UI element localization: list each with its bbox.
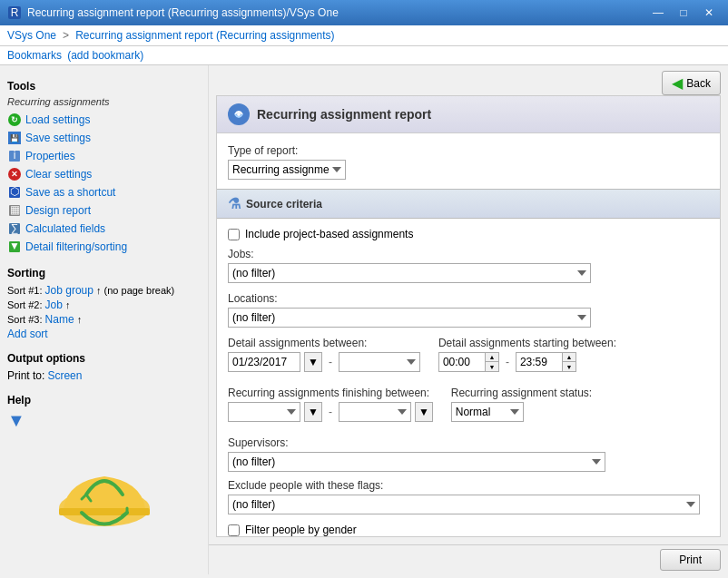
sorting-section: Sorting Sort #1: Job group ↑ (no page br… bbox=[7, 267, 201, 341]
maximize-button[interactable]: □ bbox=[672, 4, 695, 22]
recurring-end-picker[interactable]: ▼ bbox=[415, 402, 433, 422]
exclude-people-label: Exclude people with these flags: bbox=[228, 479, 709, 492]
locations-select[interactable]: (no filter) bbox=[228, 308, 591, 328]
sort2-item: Sort #2: Job ↑ bbox=[7, 298, 201, 312]
minimize-button[interactable]: — bbox=[646, 4, 670, 22]
include-project-row: Include project-based assignments bbox=[228, 228, 709, 240]
breadcrumb: VSys One > Recurring assignment report (… bbox=[0, 25, 728, 46]
print-button[interactable]: Print bbox=[660, 549, 721, 571]
add-bookmark-link[interactable]: (add bookmark) bbox=[67, 49, 143, 62]
back-label: Back bbox=[686, 77, 711, 90]
recurring-finishing-start-select[interactable] bbox=[228, 402, 300, 422]
recurring-assignments-label: Recurring assignments bbox=[7, 96, 201, 107]
report-title: Recurring assignment report bbox=[257, 107, 431, 122]
sidebar-item-calculated-fields[interactable]: ∑ Calculated fields bbox=[7, 220, 201, 238]
add-sort-link[interactable]: Add sort bbox=[7, 328, 48, 340]
jobs-label: Jobs: bbox=[228, 248, 709, 260]
detail-start-date-input[interactable] bbox=[228, 352, 300, 372]
start-time-input[interactable] bbox=[439, 353, 485, 371]
screen-link[interactable]: Screen bbox=[47, 369, 82, 382]
svg-text:▦: ▦ bbox=[10, 204, 20, 216]
end-time-up[interactable]: ▲ bbox=[563, 353, 576, 362]
bottom-bar: Print bbox=[209, 544, 728, 574]
sort1-link[interactable]: Job group bbox=[45, 284, 93, 297]
svg-text:R: R bbox=[11, 6, 19, 19]
recurring-status-select[interactable]: Normal Active Inactive All bbox=[451, 402, 524, 422]
sort2-link[interactable]: Job bbox=[45, 299, 63, 311]
type-of-report-label: Type of report: bbox=[228, 144, 709, 157]
supervisors-select[interactable]: (no filter) bbox=[228, 452, 605, 472]
sidebar-item-save-shortcut[interactable]: ⬡ Save as a shortcut bbox=[7, 183, 201, 201]
detail-filtering-link[interactable]: Detail filtering/sorting bbox=[25, 240, 127, 253]
filter-gender-checkbox[interactable] bbox=[228, 524, 240, 536]
breadcrumb-home[interactable]: VSys One bbox=[7, 29, 56, 42]
report-body: Type of report: Recurring assignments Su… bbox=[217, 133, 720, 537]
detail-starting-label: Detail assignments starting between: bbox=[438, 337, 616, 349]
add-sort-item[interactable]: Add sort bbox=[7, 327, 201, 341]
sort1-item: Sort #1: Job group ↑ (no page break) bbox=[7, 283, 201, 298]
back-icon: ◀ bbox=[672, 74, 683, 92]
svg-rect-13 bbox=[59, 508, 150, 515]
properties-link[interactable]: Properties bbox=[25, 150, 75, 162]
detail-filtering-icon: ▼ bbox=[7, 240, 22, 254]
bookmarks-link[interactable]: Bookmarks bbox=[7, 49, 62, 62]
type-of-report-select[interactable]: Recurring assignments Summary Detail bbox=[228, 160, 346, 180]
clear-settings-icon: ✕ bbox=[7, 167, 22, 181]
type-of-report-row: Type of report: Recurring assignments Su… bbox=[228, 144, 709, 180]
sidebar-item-design-report[interactable]: ▦ Design report bbox=[7, 201, 201, 220]
end-time-input[interactable] bbox=[516, 353, 562, 371]
help-label: Help bbox=[7, 394, 201, 407]
sidebar-item-clear-settings[interactable]: ✕ Clear settings bbox=[7, 165, 201, 183]
detail-between-date-row: ▼ - bbox=[228, 352, 420, 372]
main-container: Tools Recurring assignments ↻ Load setti… bbox=[0, 65, 728, 574]
report-panel: Recurring assignment report Type of repo… bbox=[216, 95, 721, 537]
help-section: Help ▼ bbox=[7, 394, 201, 431]
exclude-people-select[interactable]: (no filter) bbox=[228, 495, 700, 514]
include-project-checkbox[interactable] bbox=[228, 229, 240, 240]
detail-start-date-picker[interactable]: ▼ bbox=[304, 352, 322, 372]
recurring-finishing-end-select[interactable] bbox=[339, 402, 411, 422]
recurring-status-col: Recurring assignment status: Normal Acti… bbox=[451, 387, 592, 422]
sorting-label: Sorting bbox=[7, 267, 201, 279]
window-controls: — □ ✕ bbox=[646, 4, 721, 22]
exclude-people-row: Exclude people with these flags: (no fil… bbox=[228, 479, 709, 514]
start-time-down[interactable]: ▼ bbox=[486, 362, 498, 371]
svg-text:⬡: ⬡ bbox=[10, 186, 19, 198]
locations-label: Locations: bbox=[228, 292, 709, 305]
save-shortcut-link[interactable]: Save as a shortcut bbox=[25, 186, 115, 199]
back-button[interactable]: ◀ Back bbox=[662, 71, 721, 95]
supervisors-row: Supervisors: (no filter) bbox=[228, 436, 709, 472]
save-shortcut-icon: ⬡ bbox=[7, 185, 22, 200]
load-settings-link[interactable]: Load settings bbox=[25, 113, 90, 126]
help-icon[interactable]: ▼ bbox=[7, 410, 201, 431]
detail-end-select[interactable] bbox=[339, 352, 420, 372]
design-report-link[interactable]: Design report bbox=[25, 204, 91, 217]
calculated-fields-icon: ∑ bbox=[7, 221, 22, 236]
clear-settings-link[interactable]: Clear settings bbox=[25, 168, 92, 181]
print-to-item: Print to: Screen bbox=[7, 368, 201, 383]
end-time-down[interactable]: ▼ bbox=[563, 362, 576, 371]
start-time-up[interactable]: ▲ bbox=[486, 353, 498, 362]
filter-gender-label: Filter people by gender bbox=[245, 524, 357, 536]
jobs-select[interactable]: (no filter) bbox=[228, 263, 591, 283]
close-button[interactable]: ✕ bbox=[697, 4, 721, 22]
recurring-start-picker[interactable]: ▼ bbox=[304, 402, 322, 422]
sidebar-item-properties[interactable]: i Properties bbox=[7, 147, 201, 165]
sidebar-item-detail-filtering[interactable]: ▼ Detail filtering/sorting bbox=[7, 238, 201, 256]
sort3-link[interactable]: Name bbox=[45, 313, 74, 326]
save-settings-link[interactable]: Save settings bbox=[25, 132, 91, 144]
report-header-icon bbox=[228, 103, 250, 125]
breadcrumb-current[interactable]: Recurring assignment report (Recurring a… bbox=[75, 29, 334, 42]
sidebar-item-load-settings[interactable]: ↻ Load settings bbox=[7, 111, 201, 129]
bookmarks-bar: Bookmarks (add bookmark) bbox=[0, 46, 728, 65]
sidebar-logo bbox=[7, 449, 201, 540]
calculated-fields-link[interactable]: Calculated fields bbox=[25, 222, 105, 235]
end-time-spinner: ▲ ▼ bbox=[516, 352, 576, 372]
recurring-dash: - bbox=[329, 406, 332, 418]
sort3-item: Sort #3: Name ↑ bbox=[7, 312, 201, 327]
locations-row: Locations: (no filter) bbox=[228, 292, 709, 328]
recurring-finishing-col: Recurring assignments finishing between:… bbox=[228, 387, 433, 429]
detail-between-label: Detail assignments between: bbox=[228, 337, 420, 349]
sidebar-item-save-settings[interactable]: 💾 Save settings bbox=[7, 129, 201, 147]
save-settings-icon: 💾 bbox=[7, 131, 22, 145]
